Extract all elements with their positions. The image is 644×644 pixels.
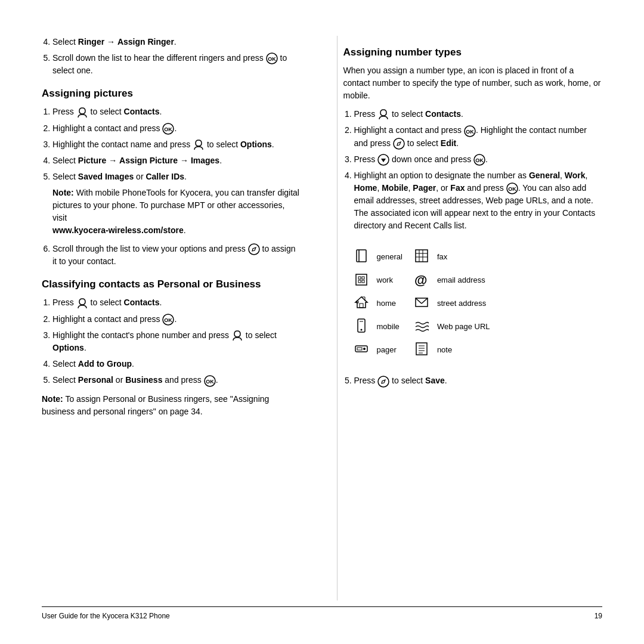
contacts-icon xyxy=(193,139,205,151)
svg-text:OK: OK xyxy=(475,157,484,163)
svg-rect-42 xyxy=(357,348,362,350)
svg-line-36 xyxy=(416,298,422,304)
icon-cell xyxy=(354,318,372,335)
icon-label-cell: email address xyxy=(437,272,490,288)
icon-cell: @ xyxy=(414,272,432,288)
classifying-list: Press to select Contacts. Highlight a co… xyxy=(52,296,301,386)
icon-label-cell: general xyxy=(377,249,410,265)
email-at-icon: @ xyxy=(414,273,427,287)
list-item: Highlight a contact and press OK . xyxy=(52,313,301,326)
list-item: Highlight the contact's phone number and… xyxy=(52,329,301,354)
assigning-number-types-section: Assigning number types When you assign a… xyxy=(343,47,603,388)
assigning-pictures-list: Press to select Contacts. Highlight a co… xyxy=(52,106,301,268)
note-text: To assign Personal or Business ringers, … xyxy=(42,394,269,416)
list-item: Press to select Contacts. xyxy=(52,106,301,118)
assigning-number-types-title: Assigning number types xyxy=(343,47,603,58)
svg-point-49 xyxy=(378,376,389,387)
contacts-icon xyxy=(231,330,243,342)
icon-grid: general fa xyxy=(343,242,603,365)
item5-text: Scroll down the list to hear the differe… xyxy=(52,53,287,75)
mobile-icon xyxy=(354,318,369,333)
svg-line-37 xyxy=(422,298,428,304)
classifying-section: Classifying contacts as Personal or Busi… xyxy=(42,278,301,417)
svg-point-11 xyxy=(394,138,404,149)
list-item: Select Picture → Assign Picture → Images… xyxy=(52,154,301,167)
svg-rect-28 xyxy=(358,280,361,283)
svg-text:OK: OK xyxy=(165,126,173,132)
list-item: Select Personal or Business and press OK… xyxy=(52,374,301,386)
icon-label-cell: home xyxy=(377,295,410,311)
table-row: pager note xyxy=(354,342,490,358)
list-item: Highlight a contact and press OK . Highl… xyxy=(354,124,603,150)
list-item: Scroll through the list to view your opt… xyxy=(52,243,301,268)
list-item: Highlight a contact and press OK . xyxy=(52,122,301,135)
classifying-note: Note: To assign Personal or Business rin… xyxy=(42,393,301,418)
down-icon xyxy=(377,154,389,166)
assigning-pictures-title: Assigning pictures xyxy=(42,88,301,100)
left-column: Select Ringer → Assign Ringer. Scroll do… xyxy=(42,36,313,600)
list-item: Select Add to Group. xyxy=(52,358,301,370)
icon-cell xyxy=(414,295,432,311)
svg-rect-31 xyxy=(360,304,363,308)
intro-text: When you assign a number type, an icon i… xyxy=(343,64,603,102)
list-item: Select Saved Images or Caller IDs. Note:… xyxy=(52,171,301,237)
svg-text:OK: OK xyxy=(165,317,173,323)
ok-icon: OK xyxy=(473,154,485,166)
ok-icon: OK xyxy=(162,123,174,135)
home-icon xyxy=(354,295,369,309)
list-item: Highlight the contact name and press to … xyxy=(52,138,301,151)
ok-icon: OK xyxy=(266,52,278,64)
list-item: Scroll down the list to hear the differe… xyxy=(52,52,301,77)
svg-rect-26 xyxy=(358,277,361,279)
top-list: Select Ringer → Assign Ringer. Scroll do… xyxy=(52,36,301,77)
assigning-pictures-section: Assigning pictures Press to select Conta… xyxy=(42,88,301,268)
edit-icon xyxy=(393,138,405,150)
svg-rect-18 xyxy=(357,250,366,262)
svg-rect-25 xyxy=(356,274,367,285)
icon-label-cell: fax xyxy=(437,249,490,265)
classifying-title: Classifying contacts as Personal or Busi… xyxy=(42,278,301,290)
number-types-list-5: Press to select Save. xyxy=(354,374,603,387)
table-row: home street address xyxy=(354,295,490,311)
footer-right: 19 xyxy=(595,612,602,620)
icon-label-cell: mobile xyxy=(377,318,410,335)
street-icon xyxy=(414,295,429,309)
table-row: general fa xyxy=(354,249,490,265)
edit-icon xyxy=(248,243,260,255)
ok-icon: OK xyxy=(162,314,174,326)
icon-label-cell: note xyxy=(437,342,490,358)
icon-label-cell: pager xyxy=(377,342,410,358)
list-item: Press to select Contacts. xyxy=(354,108,603,120)
list-item: Highlight an option to designate the num… xyxy=(354,169,603,232)
note-icon xyxy=(414,342,429,356)
svg-text:OK: OK xyxy=(206,379,214,385)
table-row: mobile Web page URL xyxy=(354,318,490,335)
svg-text:OK: OK xyxy=(466,129,474,135)
svg-point-4 xyxy=(249,244,259,255)
svg-rect-29 xyxy=(362,280,364,283)
number-types-list: Press to select Contacts. Highlight a co… xyxy=(354,108,603,232)
svg-text:OK: OK xyxy=(508,186,516,192)
note-end: . xyxy=(184,225,186,235)
contacts-icon xyxy=(76,107,88,119)
footer: User Guide for the Kyocera K312 Phone 19 xyxy=(42,606,602,620)
svg-point-39 xyxy=(360,329,362,331)
general-icon xyxy=(354,249,369,263)
icon-cell xyxy=(354,272,372,288)
note-block: Note: With mobile PhoneTools for Kyocera… xyxy=(52,187,301,237)
svg-point-43 xyxy=(363,348,366,350)
ok-icon: OK xyxy=(464,125,476,137)
note-text: With mobile PhoneTools for Kyocera, you … xyxy=(52,188,299,222)
icon-cell xyxy=(414,318,432,335)
contacts-icon xyxy=(76,298,88,309)
icon-cell xyxy=(354,249,372,265)
svg-marker-13 xyxy=(381,159,386,162)
ok-icon: OK xyxy=(204,375,216,387)
right-column: Assigning number types When you assign a… xyxy=(337,36,603,600)
item4-text: Select Ringer → Assign Ringer. xyxy=(52,37,177,47)
contacts-icon xyxy=(377,109,389,120)
list-item: Press down once and press OK . xyxy=(354,153,603,166)
icon-cell xyxy=(414,342,432,358)
fax-icon xyxy=(414,249,429,263)
icon-cell xyxy=(354,295,372,311)
